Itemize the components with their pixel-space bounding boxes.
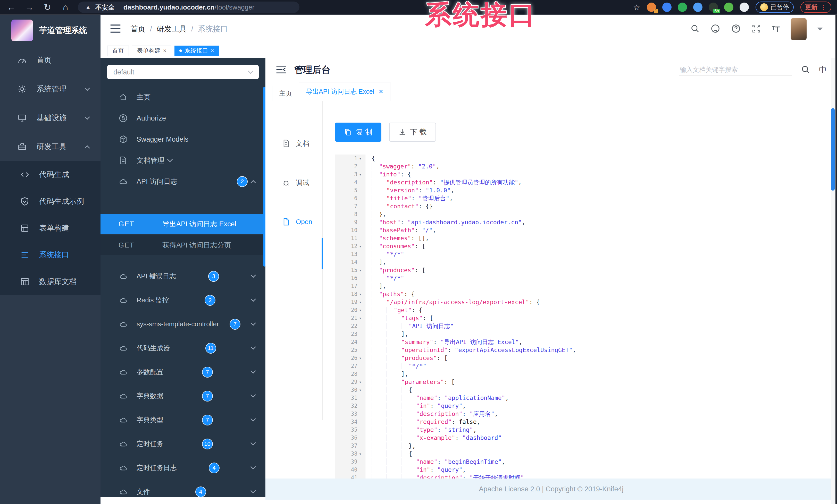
close-icon[interactable]: ✕	[378, 88, 384, 95]
line-number[interactable]: 7	[335, 202, 366, 210]
line-number[interactable]: 10	[335, 226, 366, 235]
language-toggle-icon[interactable]: 中	[819, 64, 827, 75]
line-number[interactable]: 39	[335, 458, 366, 466]
swagger-group-row[interactable]: API 错误日志3	[101, 264, 265, 288]
sidebar-item-devtools[interactable]: 研发工具	[0, 132, 101, 161]
fold-arrow-icon[interactable]: ▾	[357, 266, 363, 274]
swagger-group-row[interactable]: 代码生成器11	[101, 336, 265, 360]
avatar-caret-icon[interactable]	[817, 27, 823, 31]
tag-tab-form-builder[interactable]: 表单构建 ×	[132, 45, 171, 56]
fold-arrow-icon[interactable]: ▾	[357, 290, 363, 298]
breadcrumb-devtools[interactable]: 研发工具	[157, 24, 186, 34]
search-icon[interactable]	[690, 24, 700, 34]
line-number[interactable]: 4	[335, 179, 366, 186]
fullscreen-icon[interactable]	[752, 24, 761, 34]
fold-arrow-icon[interactable]: ▾	[357, 242, 363, 250]
line-number[interactable]: 38▾	[335, 450, 366, 458]
main-scrollbar-thumb[interactable]	[831, 108, 835, 191]
swagger-group-row[interactable]: 参数配置7	[101, 360, 265, 384]
close-icon[interactable]: ×	[163, 48, 166, 54]
line-number[interactable]: 33	[335, 410, 366, 418]
browser-home-icon[interactable]: ⌂	[60, 2, 71, 12]
fold-arrow-icon[interactable]: ▾	[357, 154, 363, 163]
swagger-group-row[interactable]: 定时任务日志4	[101, 456, 265, 480]
profile-paused-pill[interactable]: 已暂停	[755, 2, 794, 13]
line-number[interactable]: 34	[335, 418, 366, 426]
sidebar-item-system-api[interactable]: 系统接口	[0, 242, 101, 268]
line-number[interactable]: 16	[335, 274, 366, 282]
line-number[interactable]: 23	[335, 330, 366, 338]
side-nav-doc[interactable]: 文档	[265, 131, 322, 156]
doc-tab-export-excel[interactable]: 导出API 访问日志 Excel ✕	[299, 82, 390, 101]
swagger-nav-models[interactable]: Swagger Models	[101, 129, 265, 150]
sidebar-item-codegen-demo[interactable]: 代码生成示例	[0, 188, 101, 215]
main-scrollbar-track[interactable]	[831, 58, 835, 504]
line-number[interactable]: 17	[335, 282, 366, 290]
copy-button[interactable]: 复 制	[335, 123, 381, 142]
sidebar-item-infra[interactable]: 基础设施	[0, 104, 101, 132]
swagger-group-row[interactable]: 字典数据7	[101, 384, 265, 408]
doc-search-input[interactable]	[679, 64, 792, 76]
github-icon[interactable]	[711, 24, 720, 35]
line-number[interactable]: 11	[335, 235, 366, 242]
extension-blue-drop[interactable]	[662, 3, 672, 12]
fold-arrow-icon[interactable]: ▾	[357, 450, 363, 458]
fold-arrow-icon[interactable]: ▾	[357, 354, 363, 362]
operation-export-excel[interactable]: GET 导出API 访问日志 Excel	[101, 214, 265, 234]
swagger-group-api-access-log[interactable]: API 访问日志 2	[101, 171, 265, 192]
help-icon[interactable]	[731, 24, 741, 35]
line-number[interactable]: 13	[335, 250, 366, 258]
line-number[interactable]: 8	[335, 210, 366, 218]
line-number[interactable]: 24	[335, 338, 366, 346]
line-number[interactable]: 26▾	[335, 354, 366, 362]
line-number[interactable]: 15▾	[335, 266, 366, 274]
doc-collapse-icon[interactable]	[276, 64, 287, 75]
line-number[interactable]: 12▾	[335, 242, 366, 250]
fold-arrow-icon[interactable]: ▾	[357, 386, 363, 394]
line-number[interactable]: 3▾	[335, 170, 366, 179]
close-icon[interactable]: ×	[211, 48, 214, 54]
fold-arrow-icon[interactable]: ▾	[357, 298, 363, 306]
swagger-group-row[interactable]: Redis 监控2	[101, 288, 265, 312]
browser-update-pill[interactable]: 更新 ⋮	[800, 2, 831, 13]
swagger-group-row[interactable]: sys-sms-template-controller7	[101, 312, 265, 336]
sidebar-item-db-doc[interactable]: 数据库文档	[0, 268, 101, 295]
extension-green-circle[interactable]	[678, 3, 687, 12]
fold-arrow-icon[interactable]: ▾	[357, 170, 363, 179]
line-number[interactable]: 22	[335, 322, 366, 330]
line-number[interactable]: 14	[335, 258, 366, 266]
fold-arrow-icon[interactable]: ▾	[357, 314, 363, 322]
line-number[interactable]: 5	[335, 186, 366, 194]
line-number[interactable]: 18▾	[335, 290, 366, 298]
tag-tab-system-api[interactable]: 系统接口 ×	[175, 45, 219, 56]
line-number[interactable]: 32	[335, 402, 366, 410]
line-number[interactable]: 28	[335, 370, 366, 378]
text-size-icon[interactable]: ᵀT	[772, 25, 780, 34]
fold-arrow-icon[interactable]: ▾	[357, 306, 363, 314]
sidebar-collapse-icon[interactable]	[110, 23, 121, 35]
doc-tab-home[interactable]: 主页	[272, 86, 299, 101]
extension-blue-grid[interactable]	[693, 3, 702, 12]
bookmark-star-icon[interactable]: ☆	[633, 3, 640, 12]
api-group-select[interactable]: default	[107, 65, 259, 79]
sidebar-item-system[interactable]: 系统管理	[0, 75, 101, 104]
side-nav-debug[interactable]: 调试	[265, 170, 322, 195]
line-number[interactable]: 30▾	[335, 386, 366, 394]
breadcrumb-home[interactable]: 首页	[130, 24, 145, 34]
swagger-nav-authorize[interactable]: Authorize	[101, 108, 265, 129]
avatar[interactable]	[790, 18, 806, 40]
extension-orange[interactable]: 1	[647, 3, 656, 12]
url-text[interactable]: dashboard.yudao.iocoder.cn/tool/swagger	[123, 3, 255, 11]
side-nav-open[interactable]: Open	[265, 209, 322, 235]
line-number[interactable]: 36	[335, 434, 366, 442]
download-button[interactable]: 下 载	[389, 123, 436, 142]
line-number[interactable]: 27	[335, 362, 366, 370]
sidebar-item-home[interactable]: 首页	[0, 46, 101, 75]
swagger-nav-doc-manage[interactable]: 文档管理	[101, 150, 265, 171]
line-number[interactable]: 19▾	[335, 298, 366, 306]
operation-get-page[interactable]: GET 获得API 访问日志分页	[101, 236, 265, 255]
sidebar-item-codegen[interactable]: 代码生成	[0, 161, 101, 188]
swagger-group-row[interactable]: 字典类型7	[101, 408, 265, 432]
browser-forward-icon[interactable]: →	[24, 2, 35, 12]
security-label[interactable]: 不安全	[95, 3, 115, 12]
